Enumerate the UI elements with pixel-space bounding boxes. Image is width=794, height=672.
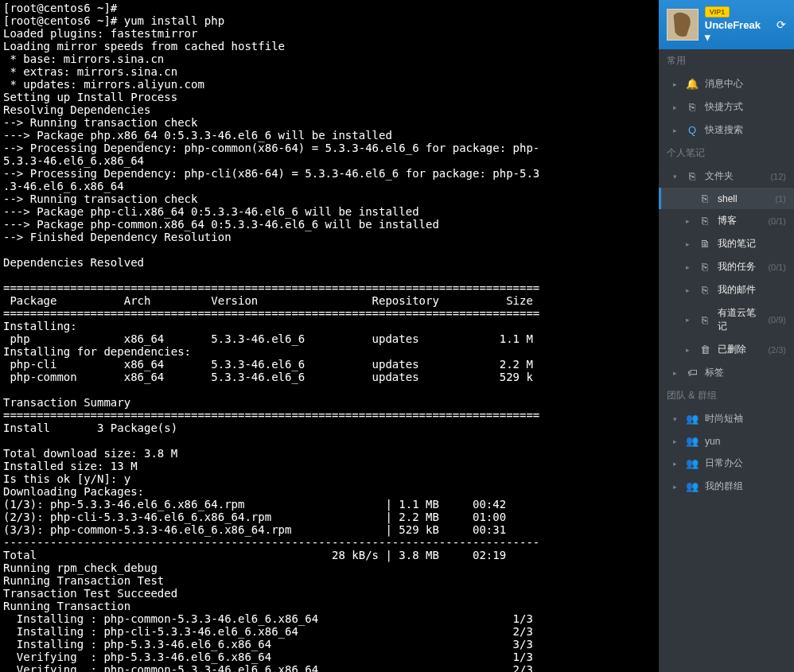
item-count: (0/1) [768, 262, 786, 272]
item-label: 我的任务 [718, 260, 761, 274]
nav-common-0[interactable]: ▸🔔消息中心 [659, 72, 794, 95]
username[interactable]: UncleFreak ▾ [705, 19, 770, 43]
chevron-right-icon: ▸ [673, 483, 679, 491]
nav-folder-item-2[interactable]: ▸🗎我的笔记 [659, 232, 794, 255]
item-label: 我的邮件 [718, 283, 786, 297]
chevron-right-icon: ▸ [673, 80, 679, 88]
chevron-right-icon: ▸ [686, 346, 692, 354]
nav-team-2[interactable]: ▸👥日常办公 [659, 452, 794, 475]
tag-icon: 🏷 [686, 367, 699, 379]
section-common: 常用 [659, 49, 794, 72]
item-icon: ⎘ [699, 314, 711, 326]
item-count: (0/9) [768, 315, 786, 324]
group-icon: 👥 [686, 435, 699, 447]
sidebar: VIP1 UncleFreak ▾ ⟳ 常用 ▸🔔消息中心▸⎘快捷方式▸Q快速搜… [659, 0, 794, 672]
chevron-right-icon: ▸ [673, 369, 679, 377]
item-count: (2/3) [768, 345, 786, 355]
item-label: shell [718, 193, 769, 204]
chevron-right-icon: ▸ [673, 437, 679, 445]
nav-folder-item-1[interactable]: ▸⎘博客(0/1) [659, 209, 794, 232]
section-teams: 团队 & 群组 [659, 384, 794, 407]
item-icon: 🗑 [699, 344, 711, 355]
nav-label: 快捷方式 [705, 100, 786, 114]
group-icon: 👥 [686, 457, 699, 469]
chevron-right-icon: ▸ [686, 316, 692, 324]
chevron-right-icon: ▸ [686, 240, 692, 248]
item-icon: 🗎 [699, 238, 711, 250]
nav-folder-item-4[interactable]: ▸⎘我的邮件 [659, 278, 794, 301]
nav-team-0[interactable]: ▾👥时尚短袖 [659, 407, 794, 430]
profile-header[interactable]: VIP1 UncleFreak ▾ ⟳ [659, 0, 794, 49]
nav-team-3[interactable]: ▸👥我的群组 [659, 475, 794, 498]
item-label: 已删除 [718, 343, 761, 356]
chevron-right-icon: ▸ [686, 286, 692, 294]
nav-label: 消息中心 [705, 77, 786, 91]
nav-icon: ⎘ [686, 101, 699, 113]
chevron-right-icon: ▸ [673, 126, 679, 134]
team-label: yun [705, 436, 786, 447]
nav-icon: Q [686, 124, 699, 136]
team-label: 时尚短袖 [705, 412, 786, 425]
nav-folder-item-5[interactable]: ▸⎘有道云笔记(0/9) [659, 301, 794, 338]
team-label: 日常办公 [705, 456, 786, 470]
item-label: 博客 [718, 214, 761, 227]
nav-common-1[interactable]: ▸⎘快捷方式 [659, 95, 794, 118]
group-icon: 👥 [686, 480, 699, 492]
avatar[interactable] [667, 9, 699, 41]
item-count: (1) [776, 194, 786, 204]
nav-team-1[interactable]: ▸👥yun [659, 430, 794, 452]
chevron-right-icon: ▸ [686, 263, 692, 271]
chevron-right-icon: ▸ [673, 460, 679, 468]
nav-folder-item-0[interactable]: ⎘shell(1) [659, 188, 794, 209]
chevron-right-icon: ▸ [686, 217, 692, 225]
section-notes: 个人笔记 [659, 142, 794, 165]
chevron-right-icon: ▸ [673, 103, 679, 111]
nav-icon: 🔔 [686, 78, 699, 90]
terminal-output[interactable]: [root@centos6 ~]# [root@centos6 ~]# yum … [0, 0, 659, 672]
item-icon: ⎘ [699, 215, 711, 227]
dropdown-arrow-icon: ▾ [705, 31, 710, 43]
chevron-down-icon: ▾ [673, 415, 679, 423]
item-label: 有道云笔记 [718, 306, 761, 333]
nav-folder[interactable]: ▾ ⎘ 文件夹 (12) [659, 165, 794, 188]
nav-folder-item-6[interactable]: ▸🗑已删除(2/3) [659, 338, 794, 361]
nav-label: 快速搜索 [705, 123, 786, 137]
group-icon: 👥 [686, 413, 699, 425]
item-icon: ⎘ [699, 261, 711, 273]
folder-icon: ⎘ [686, 170, 699, 182]
nav-common-2[interactable]: ▸Q快速搜索 [659, 118, 794, 142]
refresh-icon[interactable]: ⟳ [776, 18, 786, 31]
item-count: (0/1) [768, 216, 786, 226]
item-label: 我的笔记 [718, 237, 786, 251]
vip-badge: VIP1 [705, 6, 730, 17]
nav-tags[interactable]: ▸ 🏷 标签 [659, 361, 794, 384]
item-icon: ⎘ [699, 284, 711, 296]
item-icon: ⎘ [699, 192, 711, 204]
nav-folder-item-3[interactable]: ▸⎘我的任务(0/1) [659, 255, 794, 278]
team-label: 我的群组 [705, 480, 786, 493]
chevron-down-icon: ▾ [673, 173, 679, 181]
